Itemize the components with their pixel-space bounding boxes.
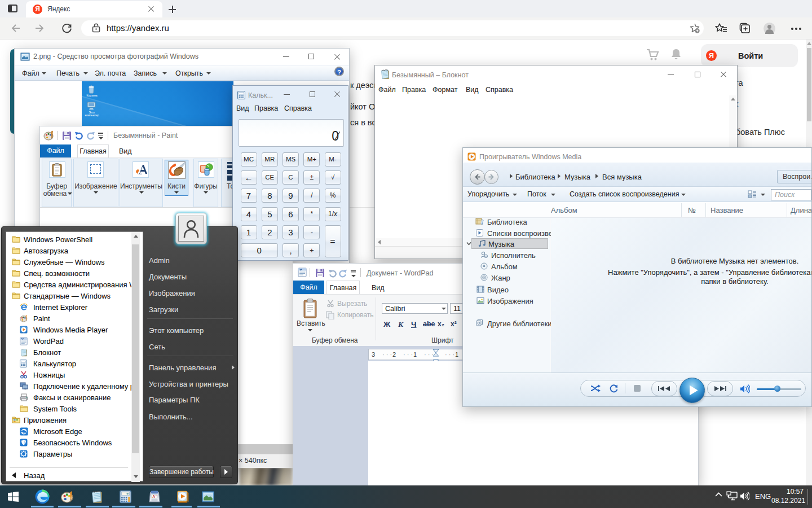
- svg-text:A=: A=: [152, 494, 157, 498]
